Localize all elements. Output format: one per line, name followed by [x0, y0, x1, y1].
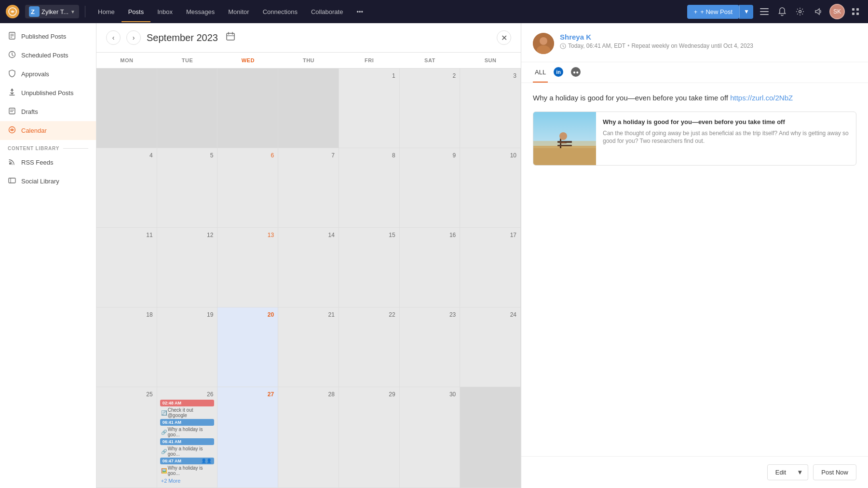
cal-cell-sep19[interactable]: 19: [157, 307, 218, 387]
cal-cell-empty-3[interactable]: [217, 69, 278, 148]
cal-cell-sep8[interactable]: 8: [339, 148, 400, 227]
cal-cell-sep29[interactable]: 29: [339, 387, 400, 488]
cal-cell-empty-1[interactable]: [96, 69, 157, 148]
nav-more[interactable]: •••: [350, 1, 370, 22]
scheduled-posts-icon: [8, 51, 16, 60]
edit-button[interactable]: Edit: [767, 464, 794, 480]
speaker-button[interactable]: [811, 4, 826, 19]
cal-cell-sep20[interactable]: 20: [217, 307, 278, 387]
edit-dropdown-button[interactable]: ▼: [792, 464, 808, 480]
cal-cell-sep21[interactable]: 21: [278, 307, 339, 387]
cal-cell-sep7[interactable]: 7: [278, 148, 339, 227]
calendar-prev-button[interactable]: ‹: [106, 30, 121, 45]
cal-cell-sep28[interactable]: 28: [278, 387, 339, 488]
nav-posts[interactable]: Posts: [122, 1, 151, 22]
nav-inbox[interactable]: Inbox: [150, 1, 179, 22]
cal-date-6: 6: [220, 151, 275, 161]
cal-date-20: 20: [220, 310, 275, 320]
svg-point-29: [540, 37, 547, 45]
cal-cell-sep9[interactable]: 9: [400, 148, 461, 227]
svg-text:Z: Z: [31, 8, 35, 15]
calendar-close-button[interactable]: ✕: [497, 30, 511, 45]
cal-cell-empty-2[interactable]: [157, 69, 218, 148]
post-link[interactable]: https://zurl.co/2NbZ: [730, 94, 793, 102]
cal-cell-empty-4[interactable]: [278, 69, 339, 148]
brand-switcher[interactable]: Z Zylker T... ▼: [25, 5, 79, 18]
new-post-button[interactable]: + + New Post: [687, 5, 739, 19]
event-holiday-2[interactable]: 06:41 AM: [160, 438, 215, 445]
cal-cell-sep17[interactable]: 17: [460, 228, 521, 307]
post-text-content: Why a holiday is good for you—even befor…: [533, 94, 728, 102]
cal-cell-sep18[interactable]: 18: [96, 307, 157, 387]
sidebar-item-unpublished-posts[interactable]: Unpublished Posts: [0, 84, 96, 102]
cal-cell-sep27[interactable]: 27: [217, 387, 278, 488]
tab-all[interactable]: ALL: [533, 62, 548, 83]
cal-cell-sep10[interactable]: 10: [460, 148, 521, 227]
cal-cell-sep15[interactable]: 15: [339, 228, 400, 307]
user-avatar[interactable]: SK: [829, 4, 845, 19]
day-header-thu: THU: [278, 53, 339, 68]
svg-point-6: [799, 11, 801, 13]
svg-rect-24: [227, 33, 234, 40]
day-header-mon: MON: [96, 53, 157, 68]
cal-cell-sep4[interactable]: 4: [96, 148, 157, 227]
cal-date-28: 28: [281, 390, 336, 400]
new-post-plus-icon: +: [694, 8, 698, 15]
cal-date-13: 13: [220, 231, 275, 240]
calendar-filter-button[interactable]: [224, 30, 237, 45]
menu-icon-button[interactable]: [757, 5, 772, 18]
event-holiday-3[interactable]: 06:47 AM 👤👤: [160, 458, 215, 464]
cal-cell-sep23[interactable]: 23: [400, 307, 461, 387]
event-holiday-1[interactable]: 06:41 AM: [160, 419, 215, 426]
sidebar-item-approvals[interactable]: Approvals: [0, 65, 96, 84]
calendar-next-button[interactable]: ›: [126, 30, 141, 45]
cal-cell-sep24[interactable]: 24: [460, 307, 521, 387]
nav-messages[interactable]: Messages: [179, 1, 221, 22]
cal-cell-sep13[interactable]: 13: [217, 228, 278, 307]
cal-date-8: 8: [342, 151, 396, 161]
cal-cell-sep16[interactable]: 16: [400, 228, 461, 307]
tab-other[interactable]: ●●: [569, 62, 583, 83]
sidebar-item-social-library[interactable]: Social Library: [0, 172, 96, 191]
sidebar-item-scheduled-posts[interactable]: Scheduled Posts: [0, 46, 96, 65]
nav-connections[interactable]: Connections: [256, 1, 304, 22]
notifications-button[interactable]: [775, 4, 789, 19]
new-post-dropdown-button[interactable]: ▼: [739, 5, 753, 19]
event-check-it-out[interactable]: 02:48 AM: [160, 400, 215, 406]
cal-more-button[interactable]: +2 More: [160, 477, 215, 485]
cal-cell-empty-oct[interactable]: [460, 387, 521, 488]
post-now-button[interactable]: Post Now: [813, 464, 856, 480]
cal-cell-sep11[interactable]: 11: [96, 228, 157, 307]
cal-cell-sep12[interactable]: 12: [157, 228, 218, 307]
sidebar-item-calendar[interactable]: Calendar: [0, 121, 96, 140]
nav-home[interactable]: Home: [91, 1, 122, 22]
author-meta: Shreya K Today, 06:41 AM, EDT • Repeat w…: [560, 33, 856, 49]
cal-cell-sep1[interactable]: 1: [339, 69, 400, 148]
cal-date-25: 25: [99, 390, 154, 400]
post-time-text: Today, 06:41 AM, EDT: [568, 42, 625, 49]
nav-monitor[interactable]: Monitor: [221, 1, 256, 22]
cal-cell-sep25[interactable]: 25: [96, 387, 157, 488]
approvals-icon: [8, 70, 16, 79]
cal-cell-sep5[interactable]: 5: [157, 148, 218, 227]
svg-rect-37: [557, 145, 572, 146]
calendar-days-header: MON TUE WED THU FRI SAT SUN: [96, 53, 521, 69]
cal-cell-sep26[interactable]: 26 02:48 AM 🔄 Check it out @google 06:41…: [157, 387, 218, 488]
sidebar-item-drafts[interactable]: Drafts: [0, 102, 96, 121]
other-tab-icon: ●●: [571, 67, 581, 77]
event-link-icon-2: 🔗: [161, 449, 167, 454]
grid-apps-button[interactable]: [849, 5, 862, 18]
nav-collaborate[interactable]: Collaborate: [304, 1, 350, 22]
cal-cell-sep22[interactable]: 22: [339, 307, 400, 387]
sidebar-item-published-posts[interactable]: Published Posts: [0, 27, 96, 46]
rss-icon: [8, 158, 16, 167]
sidebar-item-rss-feeds[interactable]: RSS Feeds: [0, 153, 96, 172]
cal-cell-sep14[interactable]: 14: [278, 228, 339, 307]
settings-button[interactable]: [793, 4, 807, 19]
cal-cell-sep6[interactable]: 6: [217, 148, 278, 227]
tab-linkedin[interactable]: in: [552, 62, 565, 83]
cal-cell-sep30[interactable]: 30: [400, 387, 461, 488]
cal-cell-sep2[interactable]: 2: [400, 69, 461, 148]
cal-cell-sep3[interactable]: 3: [460, 69, 521, 148]
detail-panel: Shreya K Today, 06:41 AM, EDT • Repeat w…: [521, 23, 868, 488]
